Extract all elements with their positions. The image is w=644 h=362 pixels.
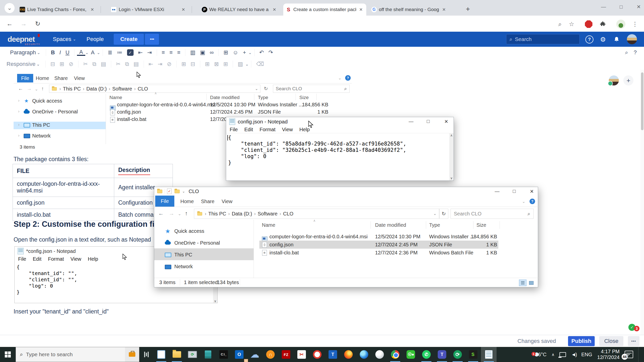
emoji-button[interactable]: ☺ (230, 49, 240, 56)
find-button[interactable]: ⌕ (623, 49, 630, 56)
publish-button[interactable]: Publish (568, 336, 595, 346)
insert-more-button[interactable]: + (240, 49, 248, 56)
tab-create-installer-active[interactable]: S Create a custom installer packa ✕ (283, 4, 366, 16)
cut-button[interactable]: ✂ (114, 61, 123, 67)
temperature-label[interactable]: 6°C (538, 352, 547, 357)
taskbar-clock[interactable]: 4:17 PM 12/7/2024 (597, 349, 620, 360)
taskbar-app-snipping[interactable]: ✂ (294, 347, 309, 362)
show-desktop-button[interactable] (638, 347, 640, 362)
notepad-window[interactable]: config.json - Notepad — □ ✕ File Edit Fo… (226, 117, 454, 181)
address-dropdown-icon[interactable]: ⌄ (433, 211, 436, 216)
adblock-extension-icon[interactable] (584, 20, 594, 29)
more-actions-button[interactable]: ••• (145, 34, 159, 45)
breadcrumb-data-d[interactable]: Data (D:) (232, 211, 252, 217)
sidebar-item-quick-access[interactable]: Quick access (174, 228, 204, 234)
explorer-share-tab[interactable]: Share (201, 199, 214, 204)
explorer-address-bar[interactable]: ›This PC ›Data (D:) ›Software ›CLO ⌄ (194, 209, 439, 219)
help-icon[interactable]: ? (585, 35, 594, 44)
quick-access-newfolder-icon[interactable] (175, 190, 180, 193)
explorer-home-tab[interactable]: Home (180, 199, 194, 204)
copy-button[interactable]: ⧉ (123, 61, 131, 67)
clear-cell-button[interactable]: ⊘ (66, 61, 75, 67)
taskbar-search-input[interactable]: ⌕ Type here to search (16, 347, 139, 362)
scrollbar-thumb[interactable] (641, 72, 643, 130)
merge-cells-button[interactable]: ⊞ (179, 61, 188, 67)
close-tab-icon[interactable]: ✕ (441, 7, 447, 12)
taskbar-app-whatsapp[interactable]: ✆ (419, 347, 434, 362)
notepad-titlebar[interactable]: config.json - Notepad (226, 117, 454, 126)
invite-plus-button[interactable]: + (623, 75, 633, 85)
cell-shading-button[interactable]: ▨ (235, 61, 245, 67)
file-row[interactable]: install-clo.bat (269, 250, 299, 256)
menu-format[interactable]: Format (260, 127, 275, 132)
close-tab-icon[interactable]: ✕ (272, 7, 277, 12)
taskbar-app-notepad[interactable] (481, 347, 497, 362)
taskbar-app-owncloud[interactable]: ☁ (247, 347, 263, 362)
explorer-file-tab[interactable]: File (155, 196, 174, 207)
taskbar-app-files[interactable] (153, 347, 169, 362)
sidebar-item-network[interactable]: Network (174, 264, 193, 269)
outdent-button[interactable]: ⇤ (136, 49, 145, 56)
browser-minimize-button[interactable]: — (596, 0, 611, 14)
extensions-puzzle-icon[interactable] (598, 20, 608, 29)
sidebar-item-onedrive[interactable]: OneDrive - Personal (174, 240, 220, 246)
notepad-text-area[interactable]: { "tenant_id": "85a8daf9-299c-462d-a527-… (226, 133, 449, 180)
menu-file[interactable]: File (230, 127, 238, 132)
details-view-button[interactable] (519, 280, 527, 286)
explorer-maximize-button[interactable]: □ (508, 187, 520, 196)
back-icon[interactable]: ← (5, 19, 15, 28)
zoom-icon[interactable]: ⌕ (555, 20, 565, 29)
taskbar-app-openvpn[interactable]: ∩ (263, 347, 278, 362)
refresh-button[interactable]: ↻ (439, 209, 448, 219)
taskbar-app-wechat[interactable]: ⦿⦁ (403, 347, 419, 362)
taskbar-app-orb[interactable] (372, 347, 387, 362)
notepad-minimize-button[interactable]: — (405, 117, 417, 126)
language-indicator[interactable]: ENG (581, 352, 592, 357)
search-icon[interactable]: ⌕ (528, 211, 530, 217)
sidebar-item-this-pc[interactable]: This PC (174, 252, 192, 258)
tab-search-button[interactable]: ⌄ (5, 3, 15, 13)
table-options-button[interactable]: ⊞ (221, 61, 230, 67)
create-button[interactable]: Create (114, 34, 144, 45)
column-header-date[interactable]: Date modified (375, 222, 406, 228)
indent-button[interactable]: ⇥ (145, 49, 154, 56)
insert-row-below-button[interactable]: ⊞ (57, 61, 66, 67)
breadcrumb-clo[interactable]: CLO (283, 211, 293, 217)
tab-off-the-shelf[interactable]: G off the shelf meaning - Google ✕ (369, 4, 449, 16)
align-center-button[interactable]: ≡ (167, 49, 175, 56)
menu-edit[interactable]: Edit (244, 127, 253, 132)
recent-locations-icon[interactable]: ⌄ (178, 211, 181, 216)
browser-menu-icon[interactable]: ⋮ (630, 20, 640, 29)
breadcrumb-software[interactable]: Software (258, 211, 277, 217)
taskbar-app-file-explorer[interactable] (169, 347, 185, 362)
insert-table-button[interactable]: ⊞ (221, 49, 230, 56)
new-tab-button[interactable]: + (463, 4, 473, 14)
taskbar-app-command-prompt[interactable]: C:\_ (216, 347, 231, 362)
split-cells-button[interactable]: ⊟ (188, 61, 197, 67)
taskbar-app-outlook[interactable]: O (231, 347, 247, 362)
taskbar-app-textpad[interactable]: T (325, 347, 341, 362)
close-tab-icon[interactable]: ✕ (181, 7, 186, 12)
remove-table-button[interactable]: ⌫ (254, 61, 266, 67)
tab-live-trading[interactable]: FXS Live Trading Charts - Forex, Con ✕ (17, 4, 98, 16)
taskbar-app-filezilla[interactable]: FZ (278, 347, 294, 362)
taskbar-app-chrome[interactable] (387, 347, 403, 362)
quick-access-properties-icon[interactable]: ✓ (167, 189, 172, 194)
paragraph-style-dropdown[interactable]: Paragraph ⌄ (10, 49, 40, 56)
start-button[interactable] (0, 347, 16, 362)
hidden-icons-chevron[interactable]: ∧ (551, 352, 554, 357)
taskbar-app-firefox[interactable] (341, 347, 356, 362)
explorer-minimize-button[interactable]: — (491, 187, 503, 196)
close-button[interactable]: Close (599, 336, 623, 346)
taskbar-app-server-manager[interactable] (200, 347, 216, 362)
notification-widget[interactable]: ✓ 3 (628, 324, 635, 331)
up-icon[interactable]: ↑ (185, 210, 188, 217)
settings-gear-icon[interactable]: ⚙ (599, 35, 607, 44)
briefcase-icon[interactable] (125, 347, 139, 362)
taskbar-app-red-ring[interactable] (309, 347, 325, 362)
taskbar-app-remote-pc[interactable]: ⟳ (185, 347, 200, 362)
close-tab-icon[interactable]: ✕ (90, 7, 95, 12)
browser-close-button[interactable]: ✕ (631, 0, 644, 14)
reload-icon[interactable]: ↻ (33, 19, 43, 28)
back-icon[interactable]: ← (158, 210, 164, 217)
